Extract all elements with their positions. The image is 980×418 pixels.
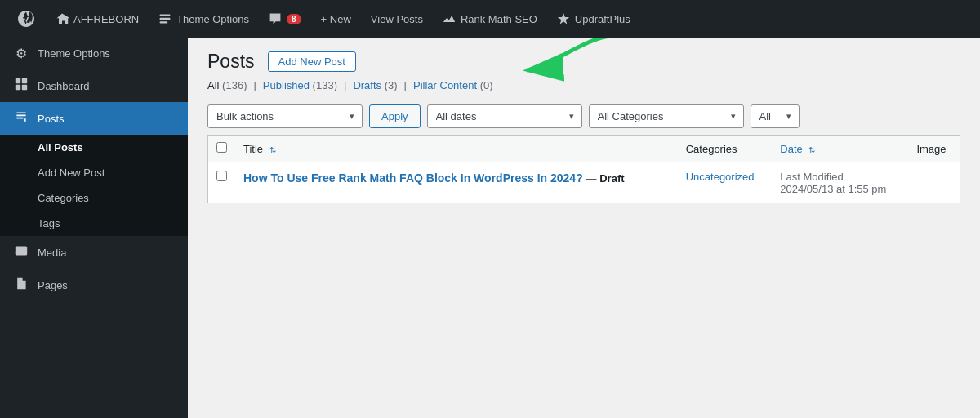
row-image-cell bbox=[908, 162, 960, 204]
row-checkbox[interactable] bbox=[216, 171, 227, 181]
admin-bar: AFFREBORN Theme Options 8 + New View Pos… bbox=[0, 0, 980, 38]
bulk-actions-wrapper: Bulk actions ▾ bbox=[207, 104, 363, 128]
adminbar-view-posts[interactable]: View Posts bbox=[361, 0, 433, 38]
sidebar-sub-item-all-posts[interactable]: All Posts bbox=[0, 135, 188, 160]
all-categories-select[interactable]: All Categories bbox=[589, 104, 744, 128]
sidebar-item-theme-options[interactable]: ⚙ Theme Options bbox=[0, 38, 188, 69]
toolbar: Bulk actions ▾ Apply All dates ▾ All Cat… bbox=[188, 98, 980, 135]
adminbar-site-name[interactable]: AFFREBORN bbox=[46, 0, 149, 38]
main-content: Posts Add New Post All (136) | Published bbox=[188, 38, 980, 418]
filter-all[interactable]: All (136) bbox=[207, 79, 247, 91]
date-label: Last Modified bbox=[780, 171, 900, 183]
page-header: Posts Add New Post bbox=[188, 38, 980, 73]
pages-icon bbox=[13, 277, 29, 293]
adminbar-rank-math[interactable]: Rank Math SEO bbox=[433, 0, 547, 38]
svg-rect-5 bbox=[16, 85, 20, 90]
sidebar-sub-item-add-new-post[interactable]: Add New Post bbox=[0, 160, 188, 185]
all-categories-wrapper: All Categories ▾ bbox=[589, 104, 744, 128]
sidebar: ⚙ Theme Options Dashboard Posts All Post… bbox=[0, 38, 188, 418]
bulk-actions-select[interactable]: Bulk actions bbox=[207, 104, 363, 128]
row-title-cell: How To Use Free Rank Math FAQ Block In W… bbox=[235, 162, 678, 204]
svg-rect-6 bbox=[22, 85, 27, 90]
col-title[interactable]: Title ⇅ bbox=[235, 136, 678, 162]
filter-bar: All (136) | Published (133) | Drafts (3)… bbox=[188, 73, 980, 98]
row-checkbox-cell bbox=[208, 162, 236, 204]
all-select[interactable]: All bbox=[751, 104, 800, 128]
row-category-cell: Uncategorized bbox=[678, 162, 773, 204]
sidebar-sub-item-categories[interactable]: Categories bbox=[0, 185, 188, 211]
select-all-checkbox[interactable] bbox=[216, 142, 227, 153]
col-image: Image bbox=[908, 136, 960, 162]
filter-pillar-content[interactable]: Pillar Content (0) bbox=[413, 79, 493, 91]
post-title-link[interactable]: How To Use Free Rank Math FAQ Block In W… bbox=[243, 171, 586, 185]
sidebar-item-dashboard[interactable]: Dashboard bbox=[0, 69, 188, 102]
table-header-row: Title ⇅ Categories Date ⇅ Image bbox=[208, 136, 960, 162]
table-row: How To Use Free Rank Math FAQ Block In W… bbox=[208, 162, 960, 204]
apply-button[interactable]: Apply bbox=[369, 104, 421, 128]
adminbar-new[interactable]: + New bbox=[311, 0, 361, 38]
post-draft-label: Draft bbox=[599, 172, 624, 185]
add-new-post-button[interactable]: Add New Post bbox=[268, 51, 356, 72]
row-date-cell: Last Modified 2024/05/13 at 1:55 pm bbox=[772, 162, 908, 204]
svg-rect-0 bbox=[160, 14, 171, 16]
all-dates-select[interactable]: All dates bbox=[427, 104, 582, 128]
col-cb bbox=[208, 136, 236, 162]
col-categories: Categories bbox=[678, 136, 773, 162]
adminbar-theme-options[interactable]: Theme Options bbox=[149, 0, 259, 38]
media-icon bbox=[13, 244, 29, 260]
svg-rect-4 bbox=[22, 78, 27, 83]
adminbar-updraftplus[interactable]: UpdraftPlus bbox=[547, 0, 640, 38]
post-category-link[interactable]: Uncategorized bbox=[686, 171, 755, 183]
page-title: Posts bbox=[207, 51, 255, 73]
svg-rect-3 bbox=[16, 78, 20, 83]
posts-table: Title ⇅ Categories Date ⇅ Image bbox=[207, 135, 960, 204]
posts-table-wrap: Title ⇅ Categories Date ⇅ Image bbox=[188, 135, 980, 418]
posts-icon bbox=[13, 110, 29, 127]
col-date[interactable]: Date ⇅ bbox=[772, 136, 908, 162]
wp-logo[interactable] bbox=[7, 0, 46, 38]
sidebar-sub-item-tags[interactable]: Tags bbox=[0, 211, 188, 236]
all-select-wrapper: All ▾ bbox=[751, 104, 800, 128]
sidebar-submenu-posts: All Posts Add New Post Categories Tags bbox=[0, 135, 188, 236]
svg-point-9 bbox=[17, 248, 20, 251]
sidebar-item-pages[interactable]: Pages bbox=[0, 269, 188, 301]
adminbar-comments[interactable]: 8 bbox=[259, 0, 311, 38]
sidebar-item-posts[interactable]: Posts bbox=[0, 102, 188, 135]
filter-published[interactable]: Published (133) bbox=[263, 79, 337, 91]
dashboard-icon bbox=[13, 78, 29, 94]
date-value: 2024/05/13 at 1:55 pm bbox=[780, 183, 900, 195]
title-sort-arrows: ⇅ bbox=[270, 145, 276, 154]
layout: ⚙ Theme Options Dashboard Posts All Post… bbox=[0, 38, 980, 418]
gear-icon: ⚙ bbox=[13, 46, 29, 61]
svg-rect-1 bbox=[160, 18, 171, 20]
svg-rect-2 bbox=[160, 21, 168, 23]
filter-drafts[interactable]: Drafts (3) bbox=[353, 79, 397, 91]
comments-badge: 8 bbox=[287, 14, 301, 24]
date-sort-arrows: ⇅ bbox=[808, 145, 815, 154]
all-dates-wrapper: All dates ▾ bbox=[427, 104, 582, 128]
sidebar-item-media[interactable]: Media bbox=[0, 236, 188, 269]
